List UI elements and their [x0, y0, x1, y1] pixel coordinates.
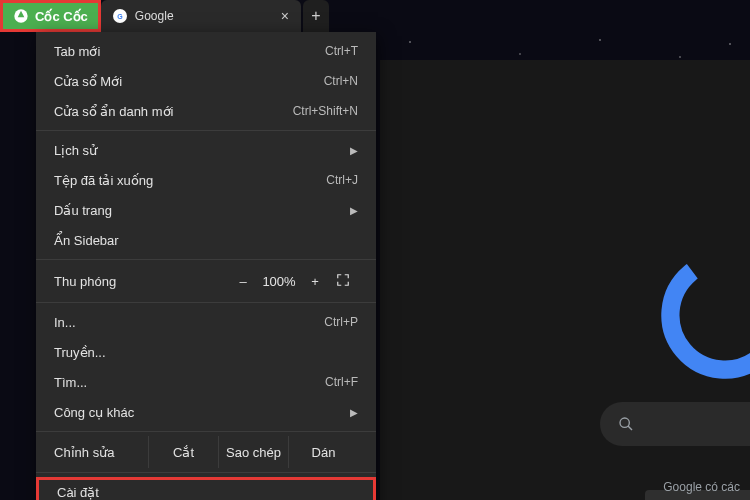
menu-separator	[36, 302, 376, 303]
menu-item-label: Tệp đã tải xuống	[54, 173, 153, 188]
menu-item-label: Cửa sổ ẩn danh mới	[54, 104, 173, 119]
svg-line-5	[628, 426, 632, 430]
coccoc-logo-icon	[13, 8, 29, 24]
tab-title: Google	[135, 9, 174, 23]
menu-new-tab[interactable]: Tab mới Ctrl+T	[36, 36, 376, 66]
menu-item-label: Chỉnh sửa	[54, 445, 148, 460]
menu-incognito[interactable]: Cửa sổ ẩn danh mới Ctrl+Shift+N	[36, 96, 376, 126]
copy-button[interactable]: Sao chép	[218, 436, 288, 468]
menu-bookmarks[interactable]: Dấu trang ▶	[36, 195, 376, 225]
menu-separator	[36, 431, 376, 432]
menu-item-label: Thu phóng	[54, 274, 230, 289]
menu-item-label: Tab mới	[54, 44, 100, 59]
menu-shortcut: Ctrl+N	[324, 74, 358, 88]
browser-tab[interactable]: G Google ×	[101, 0, 301, 32]
menu-item-label: Ẩn Sidebar	[54, 233, 119, 248]
brand-button[interactable]: Cốc Cốc	[0, 0, 101, 32]
menu-hide-sidebar[interactable]: Ẩn Sidebar	[36, 225, 376, 255]
menu-edit-row: Chỉnh sửa Cắt Sao chép Dán	[36, 436, 376, 468]
cut-button[interactable]: Cắt	[148, 436, 218, 468]
menu-shortcut: Ctrl+P	[324, 315, 358, 329]
titlebar: Cốc Cốc G Google × +	[0, 0, 750, 32]
new-tab-button[interactable]: +	[303, 0, 329, 32]
menu-zoom: Thu phóng – 100% +	[36, 264, 376, 298]
menu-more-tools[interactable]: Công cụ khác ▶	[36, 397, 376, 427]
menu-print[interactable]: In... Ctrl+P	[36, 307, 376, 337]
chevron-right-icon: ▶	[350, 145, 358, 156]
chevron-right-icon: ▶	[350, 407, 358, 418]
fullscreen-button[interactable]	[328, 273, 358, 290]
svg-point-4	[620, 418, 629, 427]
menu-item-label: Lịch sử	[54, 143, 97, 158]
menu-shortcut: Ctrl+Shift+N	[293, 104, 358, 118]
search-icon	[618, 416, 634, 432]
menu-item-label: In...	[54, 315, 76, 330]
menu-separator	[36, 472, 376, 473]
svg-point-3	[660, 250, 750, 380]
svg-text:G: G	[117, 13, 123, 20]
footer-text: Google có các	[653, 480, 750, 494]
menu-shortcut: Ctrl+T	[325, 44, 358, 58]
menu-shortcut: Ctrl+F	[325, 375, 358, 389]
close-icon[interactable]: ×	[281, 8, 289, 24]
menu-item-label: Cài đặt	[57, 485, 99, 500]
page-content: Tìm trên Goo Google có các	[380, 60, 750, 500]
zoom-out-button[interactable]: –	[230, 274, 256, 289]
menu-item-label: Tìm...	[54, 375, 87, 390]
main-menu: Tab mới Ctrl+T Cửa sổ Mới Ctrl+N Cửa sổ …	[36, 32, 376, 500]
menu-history[interactable]: Lịch sử ▶	[36, 135, 376, 165]
menu-downloads[interactable]: Tệp đã tải xuống Ctrl+J	[36, 165, 376, 195]
zoom-in-button[interactable]: +	[302, 274, 328, 289]
brand-name: Cốc Cốc	[35, 9, 88, 24]
menu-item-label: Truyền...	[54, 345, 106, 360]
menu-item-label: Dấu trang	[54, 203, 112, 218]
google-logo-icon	[660, 250, 750, 380]
search-input[interactable]	[600, 402, 750, 446]
menu-settings[interactable]: Cài đặt	[36, 477, 376, 500]
menu-new-window[interactable]: Cửa sổ Mới Ctrl+N	[36, 66, 376, 96]
menu-item-label: Công cụ khác	[54, 405, 134, 420]
menu-separator	[36, 130, 376, 131]
menu-item-label: Cửa sổ Mới	[54, 74, 122, 89]
zoom-value: 100%	[256, 274, 302, 289]
tab-favicon-icon: G	[113, 9, 127, 23]
menu-shortcut: Ctrl+J	[326, 173, 358, 187]
menu-cast[interactable]: Truyền...	[36, 337, 376, 367]
menu-separator	[36, 259, 376, 260]
fullscreen-icon	[336, 273, 350, 287]
chevron-right-icon: ▶	[350, 205, 358, 216]
paste-button[interactable]: Dán	[288, 436, 358, 468]
menu-find[interactable]: Tìm... Ctrl+F	[36, 367, 376, 397]
